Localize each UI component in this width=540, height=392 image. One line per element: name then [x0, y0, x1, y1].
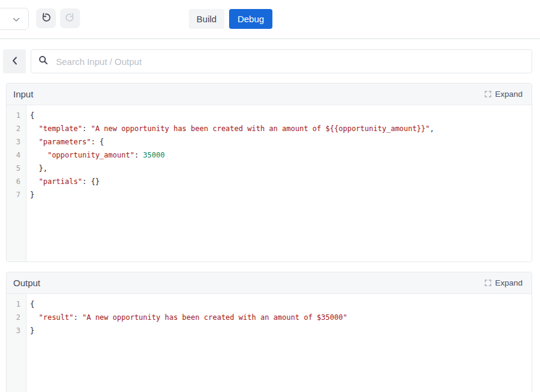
code-token [30, 313, 38, 322]
code-token: { [30, 111, 34, 120]
code-token: : [73, 313, 82, 322]
input-panel: Input Expand 1234567 { "template": "A ne… [6, 83, 532, 262]
line-number: 5 [7, 162, 26, 175]
search-input[interactable] [55, 56, 524, 67]
code-token: "result" [38, 313, 73, 322]
line-number: 2 [7, 122, 26, 135]
search-box[interactable] [31, 49, 532, 73]
code-token: "template" [38, 124, 82, 133]
code-token: 35000 [143, 151, 165, 159]
code-token: "opportunity_amount" [48, 151, 135, 159]
chevron-left-icon [12, 57, 17, 67]
line-gutter: 123 [7, 294, 26, 392]
code-token: "A new opportunity has been created with… [82, 313, 348, 322]
panel-title: Output [13, 278, 40, 288]
input-code-editor: 1234567 { "template": "A new opportunity… [7, 105, 532, 262]
code-token: : { [91, 138, 104, 146]
undo-button[interactable] [36, 8, 56, 28]
code-token: } [30, 191, 34, 199]
output-panel: Output Expand 123 { "result": "A new opp… [6, 272, 532, 392]
code-line[interactable]: { [30, 298, 532, 311]
panel-title: Input [13, 89, 33, 99]
output-panel-header: Output Expand [7, 272, 532, 294]
line-number: 7 [7, 188, 26, 201]
code-token: } [30, 326, 34, 335]
back-button[interactable] [3, 49, 26, 73]
expand-output-button[interactable]: Expand [485, 278, 523, 287]
version-dropdown[interactable] [0, 8, 29, 30]
code-line[interactable]: "partials": {} [30, 175, 532, 188]
code-line[interactable]: "opportunity_amount": 35000 [30, 149, 532, 162]
redo-icon [64, 12, 76, 25]
line-number: 1 [7, 298, 26, 311]
code-token: "partials" [38, 177, 82, 186]
code-line[interactable]: "template": "A new opportunity has been … [30, 122, 532, 135]
code-area[interactable]: { "result": "A new opportunity has been … [26, 294, 532, 392]
code-token: }, [30, 164, 48, 173]
code-token: : [134, 151, 143, 159]
input-panel-header: Input Expand [7, 84, 532, 105]
code-line[interactable]: } [30, 188, 532, 201]
code-token: "parameters" [38, 138, 91, 146]
line-number: 3 [7, 324, 26, 337]
line-number: 2 [7, 311, 26, 324]
undo-icon [40, 12, 52, 25]
search-row [3, 49, 532, 73]
build-button[interactable]: Build [189, 9, 224, 29]
line-number: 3 [7, 135, 26, 149]
line-number: 1 [7, 109, 26, 122]
code-token [30, 151, 48, 159]
code-line[interactable]: }, [30, 162, 532, 175]
code-token: { [30, 300, 34, 308]
code-token [30, 124, 38, 133]
expand-label: Expand [495, 278, 523, 287]
chevron-down-icon [13, 14, 20, 25]
expand-label: Expand [495, 90, 523, 99]
code-area[interactable]: { "template": "A new opportunity has bee… [26, 105, 532, 262]
code-line[interactable]: } [30, 324, 532, 337]
expand-corners-icon [485, 280, 491, 286]
output-code-editor: 123 { "result": "A new opportunity has b… [7, 294, 532, 392]
line-number: 4 [7, 149, 26, 162]
toolbar: Build Debug [0, 0, 540, 39]
code-token: : [82, 124, 91, 133]
code-token [30, 177, 38, 186]
code-line[interactable]: { [30, 109, 532, 122]
code-line[interactable]: "parameters": { [30, 135, 532, 149]
expand-input-button[interactable]: Expand [485, 90, 523, 99]
line-gutter: 1234567 [7, 105, 26, 262]
code-token: , [430, 124, 434, 133]
code-token [30, 138, 38, 146]
code-token: "A new opportunity has been created with… [91, 124, 430, 133]
search-icon [38, 55, 48, 67]
redo-button[interactable] [60, 8, 80, 28]
code-line[interactable]: "result": "A new opportunity has been cr… [30, 311, 532, 324]
line-number: 6 [7, 175, 26, 188]
expand-corners-icon [485, 91, 491, 97]
code-token: : {} [82, 177, 100, 186]
debug-button[interactable]: Debug [229, 9, 272, 29]
